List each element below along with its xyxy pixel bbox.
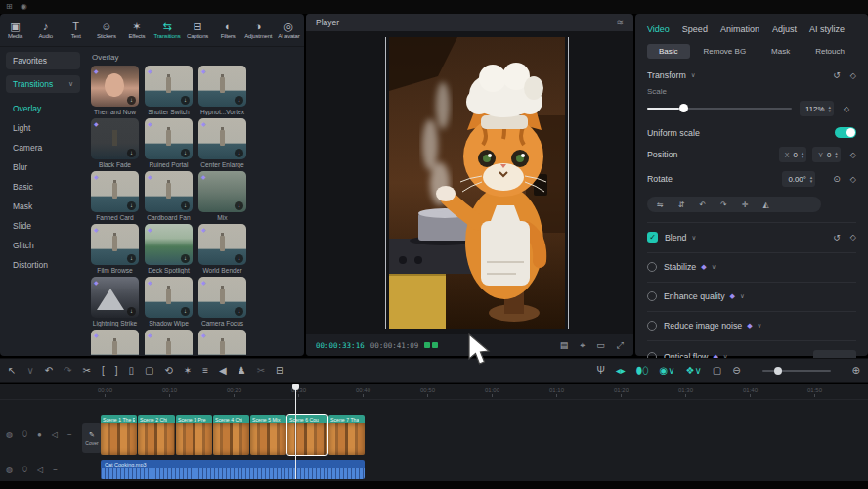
toolbar-icon[interactable]: ✶: [184, 366, 192, 376]
transition-item[interactable]: ◆ ↓ Shutter Switch: [142, 66, 195, 115]
library-tab[interactable]: ⊟ Captions: [183, 22, 213, 39]
category-item[interactable]: Blur: [6, 157, 80, 177]
transition-thumbnail[interactable]: ◆ ↓: [198, 118, 246, 159]
scale-stepper[interactable]: ▴▾: [828, 105, 831, 112]
library-tab[interactable]: T Text: [61, 22, 91, 39]
inspector-tab[interactable]: Animation: [720, 24, 760, 34]
transition-thumbnail[interactable]: ◆ ↓: [91, 171, 139, 212]
transform-handle-right[interactable]: [568, 37, 569, 329]
inspector-tab[interactable]: Adjust: [772, 24, 797, 34]
track-header-icon[interactable]: −: [53, 466, 58, 474]
toolbar-icon[interactable]: ♟: [238, 366, 246, 376]
transition-item[interactable]: ◆ ↓ Film Browse: [88, 224, 142, 274]
category-item[interactable]: Glitch: [6, 236, 80, 255]
preview-canvas[interactable]: [306, 31, 633, 334]
download-icon[interactable]: ↓: [235, 149, 243, 157]
chrome-icon[interactable]: ◉: [21, 3, 27, 11]
toolbar-icon[interactable]: ⬮⬯: [636, 366, 649, 376]
audio-clip[interactable]: Cat Cooking.mp3: [101, 460, 365, 479]
chevron-down-icon[interactable]: ∨: [712, 263, 716, 271]
transform-handle-left[interactable]: [385, 37, 386, 329]
uniform-scale-toggle[interactable]: [835, 127, 856, 138]
scale-slider[interactable]: [647, 108, 792, 110]
library-tab[interactable]: ◐ Filters: [213, 22, 243, 39]
chevron-down-icon[interactable]: ∨: [691, 71, 696, 79]
inspector-tab[interactable]: Speed: [682, 24, 708, 34]
download-icon[interactable]: ↓: [181, 307, 190, 316]
player-action-icon[interactable]: ▤: [560, 340, 569, 351]
position-y-stepper[interactable]: ▴▾: [835, 151, 838, 158]
transition-thumbnail[interactable]: ◆ ↓: [145, 118, 193, 159]
download-icon[interactable]: ↓: [127, 149, 136, 157]
transition-item[interactable]: ◆ ↓: [142, 330, 195, 355]
align-icon[interactable]: ↶: [699, 200, 706, 209]
zoom-slider-knob[interactable]: [774, 367, 782, 375]
toolbar-icon[interactable]: ◂▸: [616, 366, 626, 376]
track-header-icon[interactable]: ●: [37, 430, 42, 439]
transition-thumbnail[interactable]: ◆ ↓: [91, 66, 139, 107]
inspector-subtab[interactable]: Remove BG: [692, 44, 759, 59]
transition-item[interactable]: ◆ ↓ Cardboard Fan: [142, 171, 195, 221]
rotate-dial-icon[interactable]: ⊙: [833, 174, 841, 184]
transition-thumbnail[interactable]: ◆ ↓: [145, 171, 193, 212]
player-action-icon[interactable]: ⤢: [617, 340, 624, 351]
zoom-in-icon[interactable]: ⊕: [852, 366, 860, 376]
reset-icon[interactable]: ↺: [833, 70, 841, 80]
toolbar-icon[interactable]: ≡: [202, 366, 208, 376]
library-tab[interactable]: ✶ Effects: [121, 22, 152, 39]
toolbar-icon[interactable]: ❖∨: [685, 366, 701, 376]
transition-item[interactable]: ◆ ↓ Camera Focus: [195, 277, 249, 327]
video-clip[interactable]: Scene 1 The E: [101, 415, 137, 455]
download-icon[interactable]: ↓: [127, 96, 136, 105]
scale-value-box[interactable]: 112% ▴▾: [800, 101, 834, 116]
transition-item[interactable]: ◆ ↓ Mix: [195, 171, 249, 221]
toolbar-icon[interactable]: Ψ: [596, 366, 604, 376]
video-clip[interactable]: Scene 4 Chi: [213, 415, 249, 455]
inspector-tab[interactable]: AI stylize: [809, 24, 845, 34]
toolbar-icon[interactable]: ⟲: [164, 366, 172, 376]
position-x-stepper[interactable]: ▴▾: [802, 151, 804, 158]
position-y-box[interactable]: Y 0 ▴▾: [812, 147, 841, 162]
section-checkbox[interactable]: [647, 262, 657, 272]
chrome-icon[interactable]: ⊞: [6, 3, 13, 11]
transition-item[interactable]: ◆ ↓ Then and Now: [88, 66, 142, 115]
keyframe-icon[interactable]: ◇: [850, 175, 856, 184]
chevron-down-icon[interactable]: ∨: [740, 292, 745, 300]
toolbar-icon[interactable]: ▯: [128, 366, 134, 376]
chevron-down-icon[interactable]: ∨: [692, 234, 697, 242]
transition-thumbnail[interactable]: ◆ ↓: [145, 224, 193, 265]
section-checkbox[interactable]: [647, 291, 657, 301]
player-action-icon[interactable]: ⌖: [580, 340, 585, 351]
align-icon[interactable]: ✛: [742, 200, 749, 209]
category-item[interactable]: Distortion: [6, 255, 80, 275]
toolbar-icon[interactable]: ✂: [257, 366, 265, 376]
keyframe-icon[interactable]: ◇: [850, 71, 856, 80]
video-clip[interactable]: Scene 6 Cou: [287, 415, 327, 455]
transition-thumbnail[interactable]: ◆ ↓: [198, 66, 246, 107]
transition-thumbnail[interactable]: ◆ ↓: [91, 330, 139, 355]
rotate-stepper[interactable]: ▴▾: [810, 175, 813, 183]
rotate-value-box[interactable]: 0.00° ▴▾: [782, 171, 815, 187]
track-header-icon[interactable]: ◁: [52, 430, 58, 439]
transition-item[interactable]: ◆ ↓ Fanned Card: [88, 171, 142, 221]
download-icon[interactable]: ↓: [181, 201, 190, 210]
toolbar-icon[interactable]: ↶: [45, 366, 53, 376]
library-tab[interactable]: ◑ Adjustment: [243, 22, 274, 39]
transition-thumbnail[interactable]: ◆ ↓: [198, 330, 246, 355]
keyframe-icon[interactable]: ◇: [850, 151, 856, 159]
align-icon[interactable]: ◭: [763, 200, 769, 209]
transition-thumbnail[interactable]: ◆ ↓: [91, 277, 139, 318]
track-header-icon[interactable]: ◁: [37, 466, 43, 474]
download-icon[interactable]: ↓: [235, 254, 243, 263]
player-menu-icon[interactable]: ≋: [616, 18, 624, 27]
download-icon[interactable]: ↓: [181, 254, 190, 263]
inspector-subtab[interactable]: Basic: [647, 44, 690, 59]
transition-thumbnail[interactable]: ◆ ↓: [198, 224, 246, 265]
download-icon[interactable]: ↓: [235, 201, 243, 210]
library-tab[interactable]: ⇆ Transitions: [152, 22, 182, 39]
transition-thumbnail[interactable]: ◆ ↓: [145, 277, 193, 318]
favorites-button[interactable]: Favorites: [6, 52, 80, 69]
toolbar-icon[interactable]: ◀: [219, 366, 227, 376]
transition-item[interactable]: ◆ ↓ Came Apart: [88, 330, 142, 355]
section-checkbox[interactable]: [647, 321, 657, 331]
